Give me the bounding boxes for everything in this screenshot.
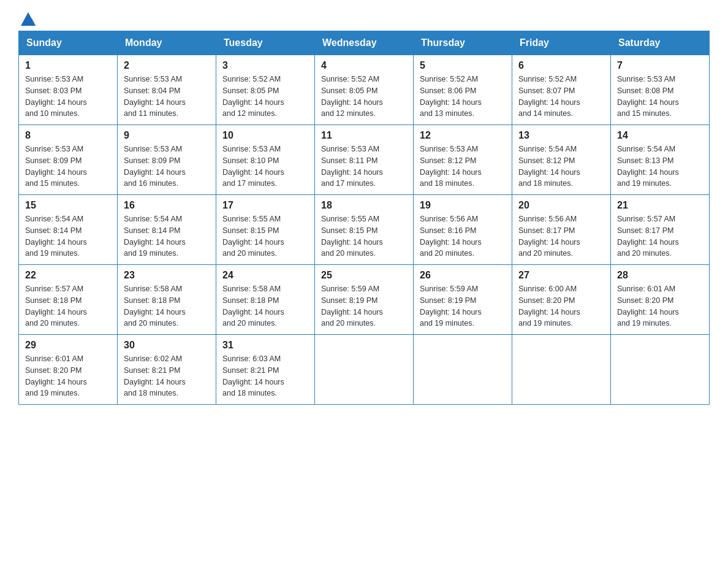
calendar-cell <box>611 335 710 405</box>
day-number: 14 <box>617 130 703 141</box>
day-info: Sunrise: 5:53 AMSunset: 8:09 PMDaylight:… <box>25 144 111 190</box>
calendar-cell: 29 Sunrise: 6:01 AMSunset: 8:20 PMDaylig… <box>19 335 118 405</box>
day-info: Sunrise: 5:53 AMSunset: 8:04 PMDaylight:… <box>124 74 210 120</box>
day-number: 21 <box>617 200 703 211</box>
day-info: Sunrise: 5:56 AMSunset: 8:17 PMDaylight:… <box>518 213 604 259</box>
day-info: Sunrise: 5:52 AMSunset: 8:05 PMDaylight:… <box>321 74 407 120</box>
day-number: 18 <box>321 200 407 211</box>
calendar-cell: 1 Sunrise: 5:53 AMSunset: 8:03 PMDayligh… <box>19 55 118 125</box>
weekday-header-thursday: Thursday <box>414 31 512 55</box>
calendar-cell: 19 Sunrise: 5:56 AMSunset: 8:16 PMDaylig… <box>414 195 512 265</box>
day-info: Sunrise: 6:00 AMSunset: 8:20 PMDaylight:… <box>518 283 604 329</box>
day-number: 19 <box>420 200 506 211</box>
weekday-header-friday: Friday <box>512 31 611 55</box>
day-number: 31 <box>222 340 308 351</box>
day-number: 1 <box>25 60 111 71</box>
day-info: Sunrise: 5:52 AMSunset: 8:06 PMDaylight:… <box>420 74 506 120</box>
calendar-cell: 25 Sunrise: 5:59 AMSunset: 8:19 PMDaylig… <box>315 265 414 335</box>
calendar-cell: 9 Sunrise: 5:53 AMSunset: 8:09 PMDayligh… <box>118 125 216 195</box>
calendar-cell: 18 Sunrise: 5:55 AMSunset: 8:15 PMDaylig… <box>315 195 414 265</box>
day-info: Sunrise: 6:02 AMSunset: 8:21 PMDaylight:… <box>124 353 210 399</box>
calendar-cell: 12 Sunrise: 5:53 AMSunset: 8:12 PMDaylig… <box>414 125 512 195</box>
day-number: 20 <box>518 200 604 211</box>
day-info: Sunrise: 5:59 AMSunset: 8:19 PMDaylight:… <box>420 283 506 329</box>
day-info: Sunrise: 5:54 AMSunset: 8:14 PMDaylight:… <box>25 213 111 259</box>
page-header <box>18 12 710 25</box>
day-number: 30 <box>124 340 210 351</box>
calendar-cell: 16 Sunrise: 5:54 AMSunset: 8:14 PMDaylig… <box>118 195 216 265</box>
weekday-header-wednesday: Wednesday <box>315 31 414 55</box>
calendar-cell <box>414 335 512 405</box>
day-number: 23 <box>124 270 210 281</box>
day-number: 13 <box>518 130 604 141</box>
calendar-cell: 26 Sunrise: 5:59 AMSunset: 8:19 PMDaylig… <box>414 265 512 335</box>
calendar-cell: 23 Sunrise: 5:58 AMSunset: 8:18 PMDaylig… <box>118 265 216 335</box>
day-number: 7 <box>617 60 703 71</box>
calendar-cell: 24 Sunrise: 5:58 AMSunset: 8:18 PMDaylig… <box>216 265 315 335</box>
day-number: 24 <box>222 270 308 281</box>
day-number: 9 <box>124 130 210 141</box>
calendar-cell <box>512 335 611 405</box>
day-info: Sunrise: 6:03 AMSunset: 8:21 PMDaylight:… <box>222 353 308 399</box>
calendar-cell <box>315 335 414 405</box>
calendar-week-row: 15 Sunrise: 5:54 AMSunset: 8:14 PMDaylig… <box>19 195 710 265</box>
day-info: Sunrise: 5:53 AMSunset: 8:10 PMDaylight:… <box>222 144 308 190</box>
day-number: 4 <box>321 60 407 71</box>
day-number: 8 <box>25 130 111 141</box>
day-info: Sunrise: 5:55 AMSunset: 8:15 PMDaylight:… <box>222 213 308 259</box>
day-number: 2 <box>124 60 210 71</box>
calendar-body: 1 Sunrise: 5:53 AMSunset: 8:03 PMDayligh… <box>19 55 710 405</box>
day-number: 11 <box>321 130 407 141</box>
day-info: Sunrise: 5:56 AMSunset: 8:16 PMDaylight:… <box>420 213 506 259</box>
weekday-header-monday: Monday <box>118 31 216 55</box>
calendar-week-row: 22 Sunrise: 5:57 AMSunset: 8:18 PMDaylig… <box>19 265 710 335</box>
calendar-cell: 10 Sunrise: 5:53 AMSunset: 8:10 PMDaylig… <box>216 125 315 195</box>
calendar-cell: 30 Sunrise: 6:02 AMSunset: 8:21 PMDaylig… <box>118 335 216 405</box>
day-number: 12 <box>420 130 506 141</box>
day-info: Sunrise: 5:57 AMSunset: 8:17 PMDaylight:… <box>617 213 703 259</box>
calendar-cell: 14 Sunrise: 5:54 AMSunset: 8:13 PMDaylig… <box>611 125 710 195</box>
day-number: 22 <box>25 270 111 281</box>
calendar-cell: 17 Sunrise: 5:55 AMSunset: 8:15 PMDaylig… <box>216 195 315 265</box>
day-info: Sunrise: 5:57 AMSunset: 8:18 PMDaylight:… <box>25 283 111 329</box>
logo <box>18 12 37 25</box>
calendar-cell: 4 Sunrise: 5:52 AMSunset: 8:05 PMDayligh… <box>315 55 414 125</box>
calendar-cell: 2 Sunrise: 5:53 AMSunset: 8:04 PMDayligh… <box>118 55 216 125</box>
calendar-cell: 27 Sunrise: 6:00 AMSunset: 8:20 PMDaylig… <box>512 265 611 335</box>
day-number: 6 <box>518 60 604 71</box>
day-info: Sunrise: 5:52 AMSunset: 8:07 PMDaylight:… <box>518 74 604 120</box>
day-info: Sunrise: 6:01 AMSunset: 8:20 PMDaylight:… <box>25 353 111 399</box>
weekday-header-sunday: Sunday <box>19 31 118 55</box>
day-info: Sunrise: 6:01 AMSunset: 8:20 PMDaylight:… <box>617 283 703 329</box>
day-number: 27 <box>518 270 604 281</box>
day-number: 28 <box>617 270 703 281</box>
day-number: 3 <box>222 60 308 71</box>
day-info: Sunrise: 5:53 AMSunset: 8:03 PMDaylight:… <box>25 74 111 120</box>
calendar-cell: 8 Sunrise: 5:53 AMSunset: 8:09 PMDayligh… <box>19 125 118 195</box>
day-info: Sunrise: 5:55 AMSunset: 8:15 PMDaylight:… <box>321 213 407 259</box>
day-info: Sunrise: 5:53 AMSunset: 8:08 PMDaylight:… <box>617 74 703 120</box>
day-number: 10 <box>222 130 308 141</box>
calendar-cell: 3 Sunrise: 5:52 AMSunset: 8:05 PMDayligh… <box>216 55 315 125</box>
day-info: Sunrise: 5:52 AMSunset: 8:05 PMDaylight:… <box>222 74 308 120</box>
day-number: 29 <box>25 340 111 351</box>
calendar-cell: 20 Sunrise: 5:56 AMSunset: 8:17 PMDaylig… <box>512 195 611 265</box>
calendar-cell: 31 Sunrise: 6:03 AMSunset: 8:21 PMDaylig… <box>216 335 315 405</box>
calendar-table: SundayMondayTuesdayWednesdayThursdayFrid… <box>18 31 710 405</box>
calendar-week-row: 29 Sunrise: 6:01 AMSunset: 8:20 PMDaylig… <box>19 335 710 405</box>
day-info: Sunrise: 5:58 AMSunset: 8:18 PMDaylight:… <box>222 283 308 329</box>
calendar-cell: 28 Sunrise: 6:01 AMSunset: 8:20 PMDaylig… <box>611 265 710 335</box>
day-number: 25 <box>321 270 407 281</box>
day-info: Sunrise: 5:58 AMSunset: 8:18 PMDaylight:… <box>124 283 210 329</box>
logo-icon <box>20 10 37 27</box>
calendar-cell: 11 Sunrise: 5:53 AMSunset: 8:11 PMDaylig… <box>315 125 414 195</box>
calendar-cell: 15 Sunrise: 5:54 AMSunset: 8:14 PMDaylig… <box>19 195 118 265</box>
calendar-cell: 13 Sunrise: 5:54 AMSunset: 8:12 PMDaylig… <box>512 125 611 195</box>
calendar-week-row: 8 Sunrise: 5:53 AMSunset: 8:09 PMDayligh… <box>19 125 710 195</box>
day-info: Sunrise: 5:53 AMSunset: 8:11 PMDaylight:… <box>321 144 407 190</box>
weekday-header-row: SundayMondayTuesdayWednesdayThursdayFrid… <box>19 31 710 55</box>
day-number: 15 <box>25 200 111 211</box>
day-info: Sunrise: 5:54 AMSunset: 8:13 PMDaylight:… <box>617 144 703 190</box>
calendar-header: SundayMondayTuesdayWednesdayThursdayFrid… <box>19 31 710 55</box>
calendar-week-row: 1 Sunrise: 5:53 AMSunset: 8:03 PMDayligh… <box>19 55 710 125</box>
